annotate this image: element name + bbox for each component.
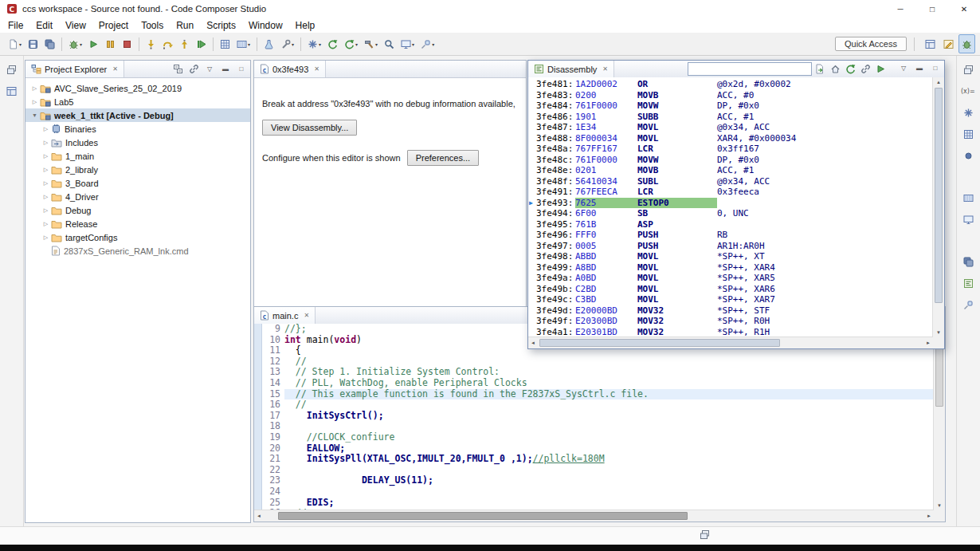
console-button[interactable]: ▾ [398,34,417,53]
disassembly-row[interactable]: 3fe498:ABBDMOVL*SP++, XT [528,251,933,262]
menu-file[interactable]: File [2,19,29,32]
code-line[interactable]: // [284,399,934,411]
code-line[interactable]: // Step 1. Initialize System Control: [284,367,934,378]
disassembly-row[interactable]: 3fe488:8F000034MOVLXAR4, #0x000034 [528,133,933,144]
tree-item[interactable]: ▷2_libraly [25,163,250,176]
editor-horizontal-scrollbar[interactable]: ◄ ► [254,510,934,521]
code-line[interactable]: // PLL, WatchDog, enable Peripheral Cloc… [284,378,934,389]
menu-scripts[interactable]: Scripts [200,19,242,32]
disassembly-row[interactable]: 3fe49b:C2BDMOVL*SP++, XAR6 [528,284,933,295]
view-disassembly-button[interactable]: View Disassembly... [262,120,357,136]
disassembly-row[interactable]: 3fe484:761F0000MOVWDP, #0x0 [528,100,933,112]
disassembly-row[interactable]: 3fe4a1:E20301BDMOV32*SP++, R1H [528,327,933,338]
expand-arrow-icon[interactable]: ▷ [41,180,50,187]
code-line[interactable]: EDIS; [284,498,934,509]
disassembly-row[interactable]: ▶3fe493:7625ESTOP0 [528,198,933,209]
status-icon[interactable] [700,529,710,540]
tree-item[interactable]: ▷Binaries [25,122,250,136]
disassembly-row[interactable]: 3fe48a:767FF167LCR0x3ff167 [528,144,933,155]
disassembly-row[interactable]: 3fe496:FFF0PUSHRB [528,230,933,241]
variables-view-icon[interactable]: (x)= [961,84,977,98]
scroll-left-icon[interactable]: ◄ [528,337,538,348]
memory-browser-button[interactable]: ▾ [233,34,253,53]
quick-access-button[interactable]: Quick Access [835,37,907,51]
expand-arrow-icon[interactable]: ▷ [30,99,39,105]
disassembly-row[interactable]: 3fe499:A8BDMOVL*SP++, XAR4 [528,262,933,274]
tree-item[interactable]: ▷4_Driver [25,190,250,203]
scroll-down-icon[interactable]: ▼ [934,501,945,510]
ccs-debug-perspective-button[interactable] [958,34,975,53]
new-breakpoint-button[interactable]: ▾ [304,34,324,53]
profile-button[interactable] [261,34,277,53]
link-with-editor-button[interactable] [187,63,200,76]
code-line[interactable] [284,421,934,432]
code-line[interactable] [284,486,934,498]
disassembly-row[interactable]: 3fe497:0005PUSHAR1H:AR0H [528,241,933,252]
menu-project[interactable]: Project [92,19,135,32]
ccs-edit-perspective-button[interactable] [940,34,957,53]
disassembly-row[interactable]: 3fe48c:761F0000MOVWDP, #0x0 [528,155,933,166]
view-menu-button[interactable]: ▽ [203,63,216,76]
scroll-thumb[interactable] [935,88,943,303]
close-button[interactable]: ✕ [948,0,980,18]
load-address-button[interactable] [813,62,826,75]
disassembly-row[interactable]: 3fe487:1E34MOVL@0x34, ACC [528,122,933,133]
expand-arrow-icon[interactable]: ▷ [41,221,50,227]
code-line[interactable] [284,465,934,476]
home-button[interactable] [829,62,841,75]
tree-item[interactable]: ▷Lab5 [25,95,250,108]
menu-run[interactable]: Run [170,19,200,32]
code-line[interactable]: // This example function is found in the… [284,389,934,400]
tree-item[interactable]: ▷1_main [25,149,250,163]
suspend-button[interactable] [102,34,119,53]
disassembly-row[interactable]: 3fe486:1901SUBBACC, #1 [528,112,933,123]
tab-disassembly[interactable]: Disassembly ✕ [528,61,614,77]
debug-button[interactable]: ▾ [65,34,85,53]
memory-view-icon[interactable] [961,191,977,205]
refresh-disassembly-button[interactable] [844,62,857,75]
search-button[interactable] [381,34,398,53]
disassembly-row[interactable]: 3fe48e:0201MOVBACC, #1 [528,165,933,176]
refresh-button[interactable] [324,34,341,53]
disassembly-row[interactable]: 3fe495:761BASP [528,219,933,230]
menu-view[interactable]: View [59,19,92,32]
disassembly-row[interactable]: 3fe491:767FEECALCR0x3feeca [528,187,933,198]
minimize-view-button[interactable]: ▬ [219,63,232,76]
close-tab-icon[interactable]: ✕ [112,65,118,73]
tree-item[interactable]: ▷3_Board [25,176,250,190]
code-line[interactable]: //CLOCK_confiure [284,432,934,443]
close-tab-icon[interactable]: ✕ [314,65,319,73]
preferences-button[interactable]: Preferences... [407,150,479,166]
save-button[interactable] [25,34,41,53]
close-tab-icon[interactable]: ✕ [602,65,608,73]
scroll-to-pc-button[interactable] [874,62,887,75]
disassembly-row[interactable]: 3fe49c:C3BDMOVL*SP++, XAR7 [528,294,933,305]
stack-view-icon[interactable] [961,254,977,269]
menu-edit[interactable]: Edit [29,19,59,32]
tree-item[interactable]: ▷AVC_Slave_Series_25_02_2019 [25,81,250,95]
outline-view-icon[interactable] [961,276,977,290]
scroll-down-icon[interactable]: ▼ [933,328,944,337]
maximize-view-button[interactable]: □ [235,63,248,76]
disassembly-row[interactable]: 3fe49a:A0BDMOVL*SP++, XAR5 [528,273,933,284]
tab-project-explorer[interactable]: Project Explorer ✕ [25,61,124,77]
breakpoints-view-icon[interactable] [961,148,977,163]
disassembly-horizontal-scrollbar[interactable]: ◄ ► [528,337,933,348]
scroll-thumb[interactable] [539,339,780,347]
step-return-button[interactable] [176,34,193,53]
tab-0x3fe493[interactable]: c 0x3fe493 ✕ [254,61,326,77]
save-all-button[interactable] [41,34,58,53]
terminate-button[interactable] [119,34,135,53]
tree-item[interactable]: ▼week_1_ttkt [Active - Debug] [25,108,250,122]
tree-item[interactable]: ▷Release [25,217,250,230]
scroll-up-icon[interactable]: ▲ [933,77,944,87]
minimize-view-button[interactable]: ▬ [913,62,926,75]
tree-item[interactable]: ▷Includes [25,136,250,149]
tree-item[interactable]: ▷targetConfigs [25,230,250,244]
scroll-right-icon[interactable]: ► [924,510,934,521]
step-over-button[interactable] [159,34,176,53]
restart-button[interactable] [193,34,210,53]
expand-arrow-icon[interactable]: ▷ [41,207,50,214]
restore-project-explorer-icon[interactable] [4,62,20,77]
registers-button[interactable] [217,34,233,53]
